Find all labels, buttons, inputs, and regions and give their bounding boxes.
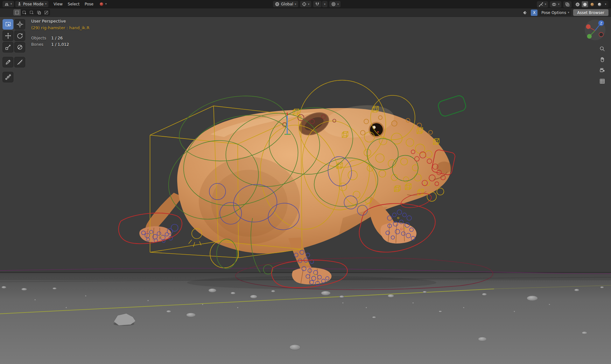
pose-mode-icon [17,2,22,6]
shading-dropdown[interactable]: ▾ [604,1,607,7]
select-mode-set[interactable] [13,9,21,16]
overlays-icon [552,2,556,7]
select-mode-subtract[interactable] [28,9,35,16]
magnet-icon [315,2,320,6]
box-select-icon [5,21,11,28]
camera-view-button[interactable] [598,66,606,74]
tool-select-box[interactable] [3,19,13,30]
menu-view[interactable]: View [51,1,65,7]
gizmo-icon [539,2,543,7]
tool-cursor[interactable] [14,19,25,30]
transform-settings-group: Global ▾ ▾ ▾ ▾ [273,1,341,7]
tool-transform[interactable] [14,42,25,52]
dropdown-arrow-icon: ▾ [45,3,47,5]
mode-selector[interactable]: Pose Mode ▾ [15,1,49,7]
tool-annotate[interactable] [3,57,13,67]
viewport-nav-buttons [598,45,606,85]
proportional-edit-dropdown[interactable]: ▾ [329,1,341,7]
header-menus: View Select Pose [51,1,96,7]
y-axis-handle[interactable] [587,34,592,39]
zoom-button[interactable] [598,45,606,53]
camera-icon [599,67,605,73]
pose-options-label: Pose Options [541,10,566,15]
shading-solid-button[interactable] [582,1,588,7]
tool-pose-breakdowner[interactable] [3,72,13,82]
measure-tool-icon [17,59,23,65]
objects-stat-value: 1 / 26 [51,35,63,41]
viewport-canvas[interactable] [0,0,611,364]
viewport-display-group: ▾ ▾ [537,1,608,8]
proportional-edit-icon [331,2,336,6]
select-extend-icon [22,10,26,15]
dropdown-arrow-icon: ▾ [568,11,569,14]
overlays-dropdown[interactable]: ▾ [550,1,561,8]
scene-statistics: Objects 1 / 26 Bones 1 / 1,012 [31,35,89,47]
rotate-tool-icon [17,32,23,39]
hand-icon [599,57,605,63]
tool-move[interactable] [3,31,13,41]
mode-label: Pose Mode [23,2,44,6]
snap-toggle[interactable] [313,1,321,7]
pivot-point-dropdown[interactable]: ▾ [300,1,312,7]
menu-select[interactable]: Select [65,1,82,7]
viewport-header: ▾ Pose Mode ▾ View Select Pose ▾ Global … [0,0,611,8]
move-tool-icon [5,32,11,39]
shading-material-button[interactable] [589,1,595,7]
orientation-label: Global [281,2,293,6]
asset-browser-button[interactable]: Asset Browser [573,9,608,16]
shading-wireframe-button[interactable] [574,1,581,7]
dropdown-arrow-icon: ▾ [295,3,296,6]
editor-type-button[interactable]: ▾ [3,1,14,7]
pose-options-dropdown[interactable]: Pose Options ▾ [539,10,571,16]
x-axis-handle[interactable] [586,24,591,29]
dropdown-arrow-icon: ▾ [11,3,12,5]
select-set-icon [15,10,19,15]
shading-modes: ▾ [573,1,608,8]
material-shading-icon [590,2,594,7]
orthographic-toggle-button[interactable] [598,77,606,85]
dropdown-arrow-icon: ▾ [558,3,559,6]
dropdown-arrow-icon: ▾ [337,3,339,6]
select-mode-intersect[interactable] [43,9,50,16]
mirror-x-toggle[interactable]: X [531,10,537,16]
pivot-point-icon [302,2,306,6]
wireframe-shading-icon [575,2,580,7]
xray-icon [565,2,570,7]
tool-settings-bar: X Pose Options ▾ Asset Browser [0,8,611,17]
navigation-gizmo[interactable]: Z [584,18,607,41]
x-axis-negative-handle[interactable] [599,32,603,37]
active-material-button[interactable]: ▾ [97,1,109,7]
bones-stat-label: Bones [31,42,51,47]
select-mode-extend[interactable] [21,9,28,16]
tool-rotate[interactable] [14,31,25,41]
rendered-shading-icon [597,2,602,7]
select-mode-group [13,9,50,16]
annotate-tool-icon [5,59,11,65]
pan-button[interactable] [598,55,606,64]
z-axis-label: Z [600,22,602,25]
select-intersect-icon [44,10,48,15]
global-orientation-icon [275,2,279,6]
magnifier-icon [599,46,605,52]
xray-toggle[interactable] [563,1,572,8]
dropdown-arrow-icon: ▾ [324,3,326,6]
mirror-butterfly-icon [523,10,527,15]
solid-shading-icon [583,2,587,7]
shading-rendered-button[interactable] [596,1,603,7]
tool-scale[interactable] [3,42,13,52]
select-mode-invert[interactable] [35,9,43,16]
viewport-info: User Perspective (29) rig-hamster : hand… [31,18,89,47]
breakdowner-tool-icon [5,74,11,80]
mirror-toggle-button[interactable] [521,10,529,16]
gizmos-dropdown[interactable]: ▾ [537,1,548,8]
menu-pose[interactable]: Pose [82,1,96,7]
dropdown-arrow-icon: ▾ [605,3,607,6]
cursor-tool-icon [17,21,23,28]
grid-icon [599,78,605,84]
transform-tool-icon [17,44,23,51]
transform-orientation-dropdown[interactable]: Global ▾ [273,1,298,7]
tool-measure[interactable] [14,57,25,67]
snap-dropdown[interactable]: ▾ [322,1,327,7]
dropdown-arrow-icon: ▾ [105,3,107,5]
select-invert-icon [37,10,41,15]
